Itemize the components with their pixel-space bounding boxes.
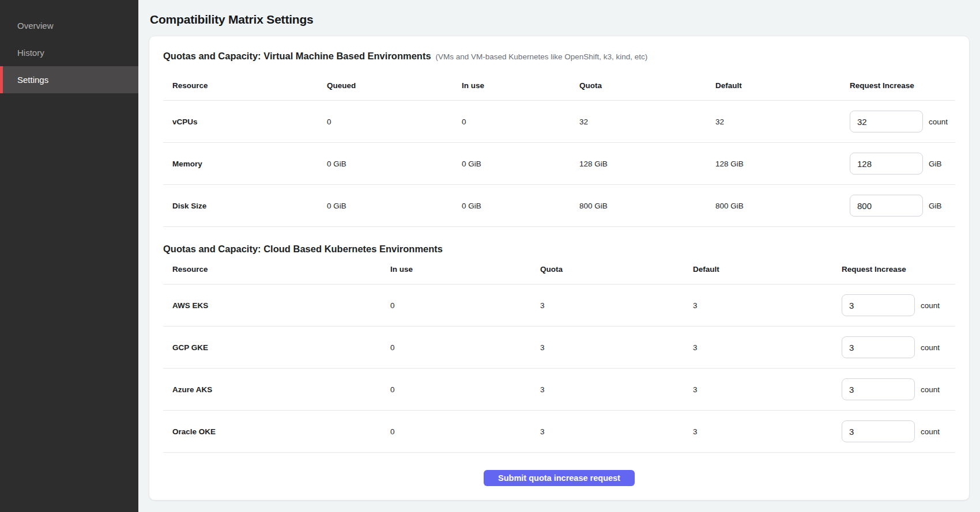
in-use-value: 0 GiB	[462, 185, 579, 226]
default-value: 3	[693, 285, 842, 326]
memory-request-input[interactable]	[850, 153, 923, 175]
column-header-default: Default	[715, 71, 850, 100]
in-use-value: 0	[390, 285, 540, 326]
unit-label: count	[921, 343, 940, 352]
resource-name: Oracle OKE	[163, 411, 390, 452]
column-header-queued: Queued	[327, 71, 462, 100]
main-content: Compatibility Matrix Settings Quotas and…	[138, 0, 980, 512]
cloud-table-header: Resource In use Quota Default Request In…	[163, 255, 955, 285]
oracle-oke-request-input[interactable]	[842, 420, 915, 442]
in-use-value: 0 GiB	[462, 143, 579, 184]
column-header-in-use: In use	[390, 255, 540, 284]
section-cloud-kubernetes: Quotas and Capacity: Cloud Based Kuberne…	[163, 243, 955, 453]
column-header-resource: Resource	[163, 255, 390, 284]
request-increase-cell: GiB	[850, 143, 955, 184]
table-row-memory: Memory 0 GiB 0 GiB 128 GiB 128 GiB GiB	[163, 143, 955, 185]
quota-value: 128 GiB	[579, 143, 715, 184]
section-vm-environments: Quotas and Capacity: Virtual Machine Bas…	[163, 50, 955, 227]
default-value: 128 GiB	[715, 143, 850, 184]
resource-name: AWS EKS	[163, 285, 390, 326]
sidebar-item-label: Overview	[17, 21, 54, 31]
queued-value: 0 GiB	[327, 185, 462, 226]
aws-eks-request-input[interactable]	[842, 294, 915, 316]
column-header-request-increase: Request Increase	[850, 71, 955, 100]
page-title: Compatibility Matrix Settings	[150, 12, 970, 26]
default-value: 3	[693, 327, 842, 368]
gcp-gke-request-input[interactable]	[842, 336, 915, 358]
default-value: 800 GiB	[715, 185, 850, 226]
section-title: Quotas and Capacity: Cloud Based Kuberne…	[163, 243, 443, 255]
submit-quota-increase-button[interactable]: Submit quota increase request	[484, 470, 635, 486]
column-header-default: Default	[693, 255, 842, 284]
request-increase-cell: count	[842, 369, 955, 410]
column-header-resource: Resource	[163, 71, 327, 100]
table-row-vcpus: vCPUs 0 0 32 32 count	[163, 101, 955, 143]
quota-value: 800 GiB	[579, 185, 715, 226]
quota-value: 3	[540, 285, 693, 326]
table-row-aws-eks: AWS EKS 0 3 3 count	[163, 285, 955, 327]
table-row-gcp-gke: GCP GKE 0 3 3 count	[163, 327, 955, 369]
table-row-disk-size: Disk Size 0 GiB 0 GiB 800 GiB 800 GiB Gi…	[163, 185, 955, 227]
settings-card: Quotas and Capacity: Virtual Machine Bas…	[149, 36, 970, 500]
column-header-quota: Quota	[540, 255, 693, 284]
unit-label: count	[921, 301, 940, 310]
column-header-quota: Quota	[579, 71, 715, 100]
unit-label: count	[921, 427, 940, 436]
default-value: 3	[693, 369, 842, 410]
vcpus-request-input[interactable]	[850, 111, 923, 132]
in-use-value: 0	[390, 369, 540, 410]
quota-value: 3	[540, 369, 693, 410]
default-value: 3	[693, 411, 842, 452]
in-use-value: 0	[390, 411, 540, 452]
resource-name: vCPUs	[163, 101, 327, 142]
request-increase-cell: count	[842, 411, 955, 452]
submit-button-row: Submit quota increase request	[163, 470, 955, 486]
section-vm-header: Quotas and Capacity: Virtual Machine Bas…	[163, 50, 955, 62]
column-header-in-use: In use	[462, 71, 579, 100]
queued-value: 0	[327, 101, 462, 142]
unit-label: count	[929, 117, 948, 126]
sidebar-nav: Overview History Settings	[0, 12, 138, 93]
sidebar-item-label: History	[17, 48, 44, 58]
sidebar-item-overview[interactable]: Overview	[0, 12, 138, 39]
resource-name: GCP GKE	[163, 327, 390, 368]
section-subtitle: (VMs and VM-based Kubernetes like OpenSh…	[436, 52, 648, 61]
quota-value: 32	[579, 101, 715, 142]
request-increase-cell: count	[842, 285, 955, 326]
resource-name: Disk Size	[163, 185, 327, 226]
in-use-value: 0	[390, 327, 540, 368]
in-use-value: 0	[462, 101, 579, 142]
table-row-oracle-oke: Oracle OKE 0 3 3 count	[163, 411, 955, 453]
default-value: 32	[715, 101, 850, 142]
resource-name: Azure AKS	[163, 369, 390, 410]
vm-table-header: Resource Queued In use Quota Default Req…	[163, 71, 955, 101]
disk-size-request-input[interactable]	[850, 195, 923, 217]
azure-aks-request-input[interactable]	[842, 378, 915, 400]
app-root: Overview History Settings Compatibility …	[0, 0, 980, 512]
unit-label: count	[921, 385, 940, 394]
request-increase-cell: GiB	[850, 185, 955, 226]
active-indicator	[0, 66, 3, 93]
quota-value: 3	[540, 411, 693, 452]
sidebar-item-label: Settings	[17, 75, 48, 85]
table-row-azure-aks: Azure AKS 0 3 3 count	[163, 369, 955, 411]
section-cloud-header: Quotas and Capacity: Cloud Based Kuberne…	[163, 243, 955, 255]
sidebar-item-history[interactable]: History	[0, 39, 138, 66]
quota-value: 3	[540, 327, 693, 368]
unit-label: GiB	[929, 202, 942, 210]
resource-name: Memory	[163, 143, 327, 184]
queued-value: 0 GiB	[327, 143, 462, 184]
unit-label: GiB	[929, 160, 942, 168]
column-header-request-increase: Request Increase	[842, 255, 955, 284]
sidebar-item-settings[interactable]: Settings	[0, 66, 138, 93]
request-increase-cell: count	[842, 327, 955, 368]
request-increase-cell: count	[850, 101, 955, 142]
section-title: Quotas and Capacity: Virtual Machine Bas…	[163, 50, 431, 62]
sidebar: Overview History Settings	[0, 0, 138, 512]
